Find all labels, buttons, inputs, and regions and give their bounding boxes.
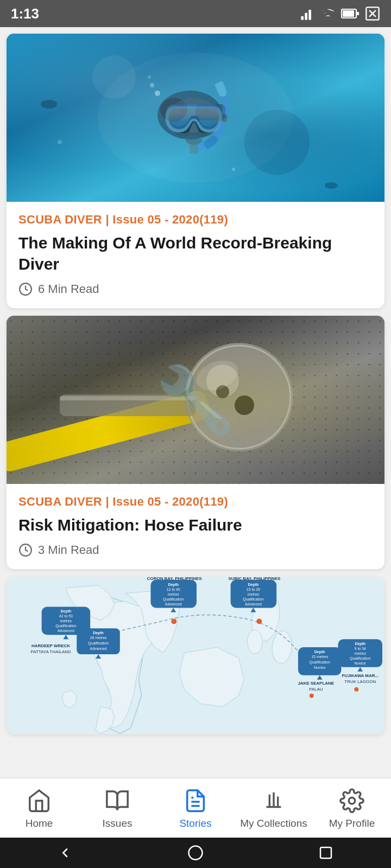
wifi-icon — [320, 6, 336, 21]
svg-text:Advanced: Advanced — [90, 647, 107, 650]
svg-text:PATTAYA THAILAND: PATTAYA THAILAND — [30, 649, 71, 654]
svg-point-78 — [256, 618, 262, 624]
svg-text:metres: metres — [355, 652, 367, 655]
svg-text:metres: metres — [60, 619, 72, 623]
svg-text:Advanced: Advanced — [245, 602, 262, 606]
article-1-meta: 6 Min Read — [18, 282, 373, 296]
svg-rect-5 — [357, 12, 359, 15]
svg-rect-32 — [60, 394, 195, 416]
bottom-navigation: Home Issues Stories — [0, 778, 391, 838]
svg-text:Advanced: Advanced — [165, 602, 182, 606]
svg-point-11 — [244, 110, 310, 175]
signal-icon — [300, 6, 315, 21]
nav-collections[interactable]: My Collections — [235, 787, 313, 829]
svg-rect-15 — [195, 104, 225, 120]
x-icon — [365, 6, 380, 21]
svg-text:15 metres: 15 metres — [311, 655, 328, 659]
svg-point-104 — [349, 797, 355, 804]
svg-text:JAKE SEAPLANE: JAKE SEAPLANE — [298, 681, 334, 686]
nav-collections-label: My Collections — [240, 818, 307, 829]
svg-rect-9 — [7, 34, 384, 202]
back-button[interactable] — [54, 842, 76, 864]
nav-stories[interactable]: Stories — [156, 787, 235, 829]
svg-point-87 — [310, 694, 314, 698]
svg-text:Depth: Depth — [61, 609, 72, 614]
svg-text:TRUK LAGOON: TRUK LAGOON — [344, 679, 376, 684]
article-2-readtime: 3 Min Read — [38, 543, 99, 557]
article-2-meta: 3 Min Read — [18, 543, 373, 557]
svg-point-10 — [92, 55, 136, 99]
svg-text:metres: metres — [168, 592, 180, 596]
article-1-tag: SCUBA DIVER | Issue 05 - 2020(119) — [18, 213, 373, 227]
battery-icon — [341, 6, 360, 21]
map-container: Depth 42 to 53 metres Qualification Adva… — [7, 577, 384, 734]
svg-point-19 — [232, 168, 235, 171]
svg-point-30 — [187, 346, 291, 449]
svg-text:Depth: Depth — [314, 650, 325, 654]
svg-rect-28 — [7, 388, 212, 474]
nav-issues[interactable]: Issues — [78, 787, 156, 829]
svg-text:42 to 53: 42 to 53 — [59, 614, 73, 618]
svg-point-35 — [216, 385, 229, 398]
svg-rect-2 — [308, 10, 311, 20]
clock-icon-2 — [18, 543, 33, 557]
nav-home[interactable]: Home — [0, 787, 78, 829]
nav-profile-label: My Profile — [329, 818, 375, 829]
svg-text:Qualification: Qualification — [55, 624, 76, 628]
article-1-readtime: 6 Min Read — [38, 282, 99, 296]
svg-text:Depth: Depth — [93, 631, 104, 635]
svg-point-14 — [160, 98, 187, 122]
clock-icon-1 — [18, 282, 33, 296]
article-2-image — [7, 316, 384, 484]
time-display: 1:13 — [11, 5, 39, 22]
svg-rect-33 — [60, 396, 195, 400]
svg-point-105 — [189, 846, 203, 860]
svg-text:Qualification: Qualification — [243, 597, 263, 602]
svg-text:metres: metres — [248, 592, 260, 596]
svg-rect-24 — [7, 316, 384, 484]
article-2-title: Risk Mitigation: Hose Failure — [18, 514, 373, 535]
nav-home-label: Home — [26, 818, 53, 829]
svg-point-29 — [185, 343, 293, 451]
svg-text:Novice: Novice — [314, 666, 325, 669]
svg-text:Advanced: Advanced — [58, 629, 74, 633]
map-card[interactable]: Depth 42 to 53 metres Qualification Adva… — [7, 577, 384, 734]
svg-text:9 to 34: 9 to 34 — [355, 647, 366, 650]
svg-rect-0 — [301, 16, 304, 20]
svg-point-21 — [41, 100, 57, 108]
svg-text:26 metres: 26 metres — [90, 636, 107, 640]
svg-text:CORON BAY, PHILIPPINES: CORON BAY, PHILIPPINES — [147, 577, 202, 581]
nav-stories-label: Stories — [179, 818, 211, 829]
profile-icon — [338, 787, 365, 814]
svg-point-17 — [150, 83, 154, 87]
system-bar — [0, 838, 391, 868]
article-1-title: The Making Of A World Record-Breaking Di… — [18, 232, 373, 275]
nav-profile[interactable]: My Profile — [313, 787, 391, 829]
svg-text:Qualification: Qualification — [350, 656, 370, 661]
svg-text:12 to 40: 12 to 40 — [167, 588, 180, 591]
svg-rect-1 — [305, 13, 307, 20]
article-card-1[interactable]: SCUBA DIVER | Issue 05 - 2020(119) The M… — [7, 34, 384, 308]
recent-button[interactable] — [315, 842, 337, 864]
svg-text:Depth: Depth — [168, 583, 179, 587]
svg-point-16 — [155, 91, 160, 96]
home-button[interactable] — [185, 842, 206, 864]
svg-point-12 — [98, 53, 293, 183]
svg-point-34 — [235, 395, 254, 415]
status-bar: 1:13 — [0, 0, 391, 27]
svg-text:15 to 29: 15 to 29 — [247, 588, 260, 591]
main-content: SCUBA DIVER | Issue 05 - 2020(119) The M… — [0, 27, 391, 810]
issues-icon — [104, 787, 131, 814]
home-icon — [26, 787, 53, 814]
svg-point-22 — [325, 182, 338, 189]
svg-text:Qualification: Qualification — [163, 597, 184, 602]
svg-point-41 — [247, 630, 262, 654]
svg-text:SUBIC BAY, PHILIPPINES: SUBIC BAY, PHILIPPINES — [228, 577, 280, 581]
svg-text:Qualification: Qualification — [88, 641, 109, 646]
svg-text:Novice: Novice — [355, 661, 366, 665]
collections-icon — [260, 787, 287, 814]
svg-rect-25 — [7, 316, 384, 484]
article-card-2[interactable]: SCUBA DIVER | Issue 05 - 2020(119) Risk … — [7, 316, 384, 569]
svg-point-13 — [157, 91, 223, 139]
svg-text:FUJIKAWA MAR...: FUJIKAWA MAR... — [342, 673, 379, 678]
